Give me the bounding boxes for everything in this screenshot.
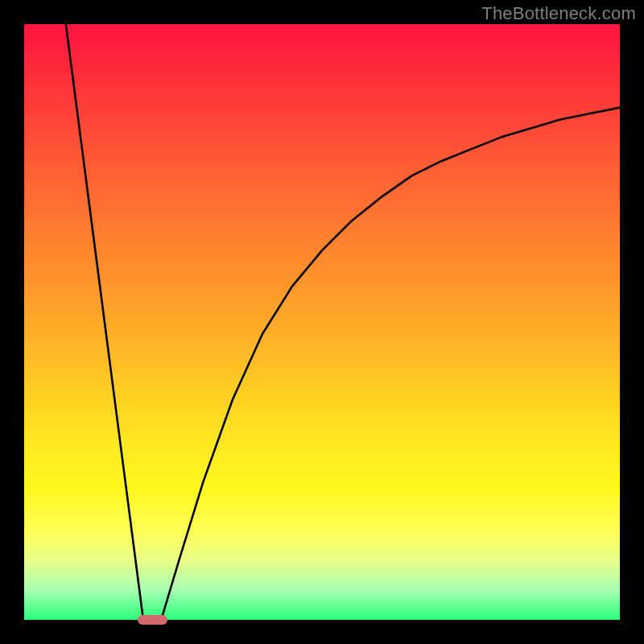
optimal-marker — [138, 615, 167, 625]
chart-frame: TheBottleneck.com — [0, 0, 644, 644]
curve-path — [66, 24, 620, 620]
watermark-text: TheBottleneck.com — [481, 3, 636, 24]
plot-area — [24, 24, 620, 620]
bottleneck-curve — [24, 24, 620, 620]
